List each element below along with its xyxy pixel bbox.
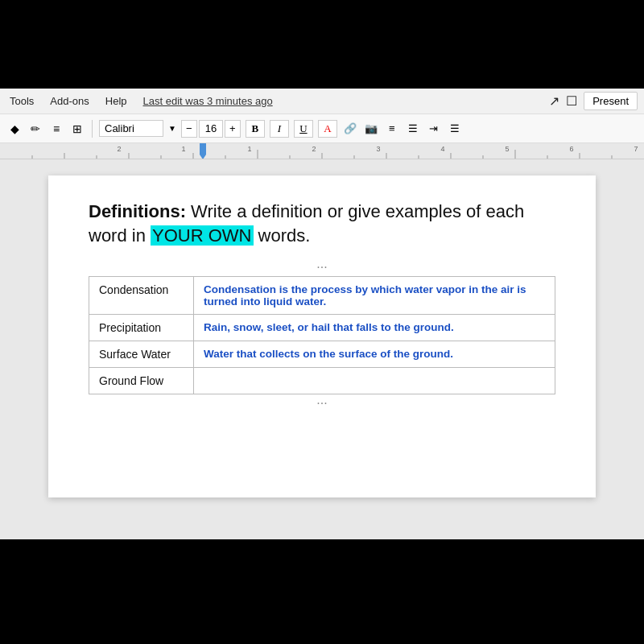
svg-text:1: 1 [181,145,185,153]
italic-button[interactable]: I [270,120,289,138]
menu-tools[interactable]: Tools [6,93,37,109]
menu-addons[interactable]: Add-ons [47,93,92,109]
black-bar-top [0,0,644,89]
svg-text:4: 4 [440,145,444,153]
app-window: Tools Add-ons Help Last edit was 3 minut… [0,89,644,539]
bold-button[interactable]: B [246,120,265,138]
present-button[interactable]: Present [584,92,638,110]
term-ground-flow: Ground Flow [89,368,194,394]
svg-text:2: 2 [312,145,316,153]
image-icon[interactable]: 📷 [363,121,379,137]
font-size-input[interactable] [199,120,223,138]
menu-bar: Tools Add-ons Help Last edit was 3 minut… [0,89,644,114]
heading-bold: Definitions: [89,201,186,221]
table-row: Condensation Condensation is the process… [89,277,555,315]
definitions-table: Condensation Condensation is the process… [89,276,555,394]
heading: Definitions: Write a definition or give … [89,200,555,247]
def-precipitation[interactable]: Rain, snow, sleet, or hail that falls to… [194,315,555,341]
right-icons-group: ↗ ☐ Present [549,92,638,110]
heading-highlight: YOUR OWN [151,225,253,246]
font-size-increase[interactable]: + [225,120,241,138]
screen-icon: ☐ [566,93,577,109]
table-row: Ground Flow [89,368,555,394]
doc-content: Definitions: Write a definition or give … [0,159,644,539]
svg-text:1: 1 [247,145,251,153]
color-button[interactable]: A [318,120,337,138]
menu-help[interactable]: Help [102,93,130,109]
pencil-icon[interactable]: ✏ [27,121,43,137]
ellipsis-above-table: ··· [89,260,555,275]
svg-text:5: 5 [505,145,509,153]
heading-end: words. [254,225,311,246]
svg-text:6: 6 [569,145,573,153]
font-size-control: − + [181,120,241,138]
ruler: 2 1 1 2 3 4 5 6 7 [0,143,644,159]
black-bar-bottom [0,539,644,644]
def-condensation[interactable]: Condensation is the process by which wat… [194,277,555,315]
svg-text:7: 7 [634,145,638,153]
term-surface-water: Surface Water [89,341,194,368]
lines-icon[interactable]: ≡ [48,121,64,137]
def-ground-flow[interactable] [194,368,555,394]
table-row: Surface Water Water that collects on the… [89,341,555,368]
toolbar-divider-1 [92,120,93,138]
font-dropdown-icon[interactable]: ▼ [168,124,176,133]
document-page: Definitions: Write a definition or give … [48,175,596,497]
term-precipitation: Precipitation [89,315,194,341]
list-icon[interactable]: ☰ [405,121,421,137]
ruler-inner: 2 1 1 2 3 4 5 6 7 [0,143,644,159]
toolbar: ◆ ✏ ≡ ⊞ ▼ − + B I U A 🔗 📷 ≡ ☰ ⇥ ☰ [0,114,644,143]
activity-icon: ↗ [549,93,559,109]
link-icon[interactable]: 🔗 [342,121,358,137]
more-icon[interactable]: ☰ [447,121,463,137]
align-icon[interactable]: ≡ [384,121,400,137]
def-surface-water[interactable]: Water that collects on the surface of th… [194,341,555,368]
svg-text:2: 2 [117,145,121,153]
font-size-decrease[interactable]: − [181,120,197,138]
table-icon[interactable]: ⊞ [69,121,85,137]
svg-text:3: 3 [376,145,380,153]
paint-icon[interactable]: ◆ [6,121,23,137]
ellipsis-below-table: ··· [89,396,555,411]
underline-button[interactable]: U [294,120,313,138]
table-row: Precipitation Rain, snow, sleet, or hail… [89,315,555,341]
indent-icon[interactable]: ⇥ [426,121,442,137]
font-name-input[interactable] [99,120,163,137]
last-edit-text: Last edit was 3 minutes ago [143,95,273,107]
term-condensation: Condensation [89,277,194,315]
